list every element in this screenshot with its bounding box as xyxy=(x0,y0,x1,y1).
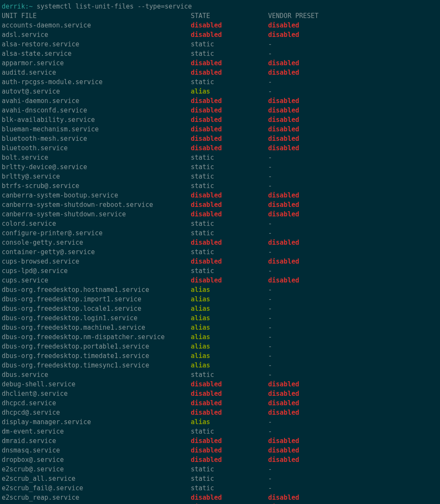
state-value: disabled xyxy=(191,116,222,124)
unit-file-name: auth-rpcgss-module.service xyxy=(2,77,191,87)
table-row: adsl.servicedisableddisabled xyxy=(2,30,438,39)
table-row: dhclient@.servicedisableddisabled xyxy=(2,389,438,398)
state-value: disabled xyxy=(191,191,222,199)
state-value: disabled xyxy=(191,135,222,143)
preset-value: - xyxy=(268,267,272,275)
state-value: alias xyxy=(191,418,210,426)
preset-value: disabled xyxy=(268,31,299,39)
state-value: disabled xyxy=(191,437,222,445)
preset-value: - xyxy=(268,428,272,435)
table-row: dbus.servicestatic- xyxy=(2,370,438,380)
state-value: static xyxy=(191,475,214,483)
unit-file-name: dnsmasq.service xyxy=(2,446,191,455)
preset-value: - xyxy=(268,50,272,58)
preset-value: - xyxy=(268,475,272,483)
table-row: dbus-org.freedesktop.portable1.serviceal… xyxy=(2,342,438,351)
terminal-output[interactable]: derrik:~ systemctl list-unit-files --typ… xyxy=(2,2,438,504)
table-row: cups-browsed.servicedisableddisabled xyxy=(2,257,438,266)
state-value: static xyxy=(191,428,214,435)
table-row: auditd.servicedisableddisabled xyxy=(2,68,438,77)
preset-value: - xyxy=(268,78,272,86)
table-row: canberra-system-bootup.servicedisableddi… xyxy=(2,191,438,200)
preset-value: - xyxy=(268,352,272,360)
unit-file-name: dhcpcd.service xyxy=(2,398,191,408)
unit-file-name: display-manager.service xyxy=(2,417,191,427)
preset-value: - xyxy=(268,88,272,95)
table-row: dbus-org.freedesktop.timesync1.serviceal… xyxy=(2,361,438,370)
table-row: alsa-state.servicestatic- xyxy=(2,49,438,58)
table-row: btrfs-scrub@.servicestatic- xyxy=(2,181,438,191)
preset-value: disabled xyxy=(268,97,299,105)
preset-value: disabled xyxy=(268,144,299,152)
state-value: disabled xyxy=(191,276,222,284)
unit-file-name: dmraid.service xyxy=(2,436,191,446)
preset-value: disabled xyxy=(268,125,299,133)
table-row: accounts-daemon.servicedisableddisabled xyxy=(2,21,438,30)
state-value: static xyxy=(191,173,214,180)
table-header: UNIT FILESTATEVENDOR PRESET xyxy=(2,11,438,21)
unit-file-name: dropbox@.service xyxy=(2,455,191,465)
state-value: disabled xyxy=(191,125,222,133)
state-value: static xyxy=(191,78,214,86)
unit-file-name: bolt.service xyxy=(2,153,191,162)
header-unit-file: UNIT FILE xyxy=(2,11,191,21)
unit-file-name: e2scrub_fail@.service xyxy=(2,483,191,493)
state-value: disabled xyxy=(191,446,222,454)
table-row: dhcpcd@.servicedisableddisabled xyxy=(2,408,438,417)
preset-value: - xyxy=(268,333,272,341)
preset-value: - xyxy=(268,229,272,237)
table-row: dbus-org.freedesktop.nm-dispatcher.servi… xyxy=(2,332,438,342)
state-value: static xyxy=(191,484,214,492)
preset-value: disabled xyxy=(268,409,299,416)
table-row: alsa-restore.servicestatic- xyxy=(2,39,438,49)
unit-file-name: canberra-system-bootup.service xyxy=(2,191,191,200)
table-row: blk-availability.servicedisableddisabled xyxy=(2,115,438,124)
state-value: alias xyxy=(191,343,210,350)
preset-value: - xyxy=(268,173,272,180)
state-value: alias xyxy=(191,352,210,360)
state-value: disabled xyxy=(191,59,222,67)
unit-file-name: blk-availability.service xyxy=(2,115,191,124)
unit-file-name: dbus-org.freedesktop.portable1.service xyxy=(2,342,191,351)
preset-value: disabled xyxy=(268,210,299,218)
state-value: alias xyxy=(191,314,210,322)
state-value: static xyxy=(191,229,214,237)
unit-file-name: bluetooth.service xyxy=(2,143,191,153)
unit-file-name: dbus-org.freedesktop.locale1.service xyxy=(2,304,191,313)
table-row: dm-event.servicestatic- xyxy=(2,427,438,436)
table-row: bolt.servicestatic- xyxy=(2,153,438,162)
state-value: static xyxy=(191,154,214,161)
unit-file-name: cups-browsed.service xyxy=(2,257,191,266)
unit-file-name: container-getty@.service xyxy=(2,247,191,257)
unit-file-name: blueman-mechanism.service xyxy=(2,124,191,134)
unit-file-name: dbus-org.freedesktop.login1.service xyxy=(2,313,191,323)
unit-file-name: dbus-org.freedesktop.machine1.service xyxy=(2,323,191,332)
table-row: brltty-device@.servicestatic- xyxy=(2,162,438,172)
unit-file-name: dhclient@.service xyxy=(2,389,191,398)
unit-file-name: dbus.service xyxy=(2,370,191,380)
table-row: display-manager.servicealias- xyxy=(2,417,438,427)
preset-value: - xyxy=(268,286,272,294)
unit-file-name: dhcpcd@.service xyxy=(2,408,191,417)
unit-file-name: e2scrub@.service xyxy=(2,465,191,474)
preset-value: disabled xyxy=(268,201,299,209)
preset-value: disabled xyxy=(268,106,299,114)
unit-file-name: autovt@.service xyxy=(2,87,191,96)
table-row: e2scrub_fail@.servicestatic- xyxy=(2,483,438,493)
unit-file-name: dbus-org.freedesktop.timesync1.service xyxy=(2,361,191,370)
preset-value: - xyxy=(268,314,272,322)
table-row: apparmor.servicedisableddisabled xyxy=(2,58,438,68)
table-row: ead.servicedisableddisabled xyxy=(2,502,438,504)
unit-file-name: e2scrub_all.service xyxy=(2,474,191,483)
table-row: avahi-dnsconfd.servicedisableddisabled xyxy=(2,106,438,115)
preset-value: - xyxy=(268,418,272,426)
preset-value: disabled xyxy=(268,446,299,454)
state-value: alias xyxy=(191,333,210,341)
prompt-line: derrik:~ systemctl list-unit-files --typ… xyxy=(2,2,438,11)
state-value: static xyxy=(191,50,214,58)
unit-file-name: cups.service xyxy=(2,276,191,285)
preset-value: - xyxy=(268,361,272,369)
table-row: blueman-mechanism.servicedisableddisable… xyxy=(2,124,438,134)
unit-file-name: dbus-org.freedesktop.import1.service xyxy=(2,295,191,304)
state-value: static xyxy=(191,371,214,379)
